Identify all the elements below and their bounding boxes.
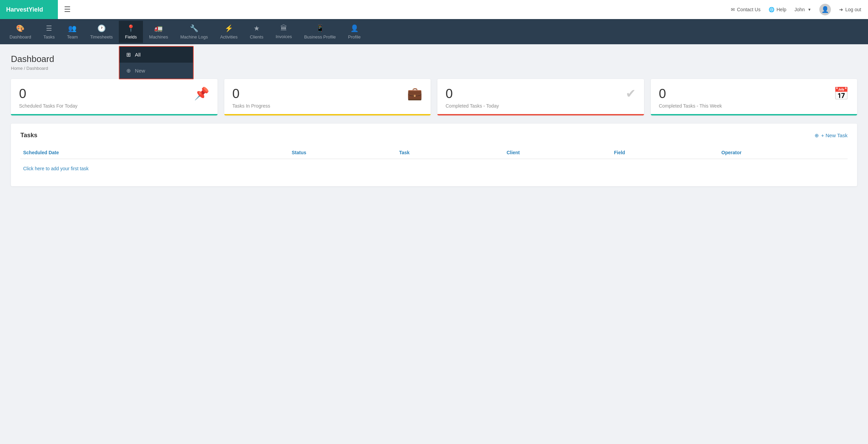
stat-number-completed-week: 0 xyxy=(659,86,666,101)
stat-card-inprogress: 0 💼 Tasks In Progress xyxy=(224,79,431,115)
stat-bar-inprogress xyxy=(224,114,431,115)
clients-icon: ★ xyxy=(254,24,260,32)
nav-label-invoices: Invoices xyxy=(276,34,292,39)
top-bar-right: ✉ Contact Us 🌐 Help John ▼ 👤 ➜ Log out xyxy=(731,4,861,15)
nav-item-profile[interactable]: 👤 Profile xyxy=(342,21,367,43)
nav-item-activities[interactable]: ⚡ Activities xyxy=(214,21,244,43)
nav-label-fields: Fields xyxy=(125,34,137,39)
nav-label-tasks: Tasks xyxy=(44,34,55,39)
user-name: John xyxy=(794,7,805,12)
calendar-icon: 📅 xyxy=(834,86,849,101)
nav-label-clients: Clients xyxy=(250,34,263,39)
nav-label-machinelogs: Machine Logs xyxy=(180,34,208,39)
dropdown-new-label: New xyxy=(135,68,145,74)
activities-icon: ⚡ xyxy=(225,24,233,32)
nav-label-team: Team xyxy=(67,34,78,39)
globe-icon: 🌐 xyxy=(769,7,774,12)
briefcase-icon: 💼 xyxy=(407,86,422,101)
stat-bar-scheduled xyxy=(11,114,218,115)
stat-top-inprogress: 0 💼 xyxy=(232,86,423,101)
fields-icon: 📍 xyxy=(127,24,135,32)
stat-card-scheduled: 0 📌 Scheduled Tasks For Today xyxy=(11,79,218,115)
dropdown-item-new[interactable]: ⊕ New xyxy=(119,63,193,79)
timesheets-icon: 🕐 xyxy=(97,24,106,32)
nav-label-dashboard: Dashboard xyxy=(10,34,31,39)
breadcrumb-current: Dashboard xyxy=(27,66,48,71)
nav-item-invoices[interactable]: 🏛 Invoices xyxy=(270,21,298,43)
stat-card-completed-week: 0 📅 Completed Tasks - This Week xyxy=(651,79,857,115)
col-operator[interactable]: Operator xyxy=(719,150,848,155)
avatar[interactable]: 👤 xyxy=(819,4,831,15)
new-task-label: + New Task xyxy=(821,132,848,138)
nav-label-timesheets: Timesheets xyxy=(90,34,113,39)
breadcrumb-home[interactable]: Home xyxy=(11,66,23,71)
stat-label-scheduled: Scheduled Tasks For Today xyxy=(19,103,209,109)
businessprofile-icon: 📱 xyxy=(316,24,324,32)
hamburger-button[interactable]: ☰ xyxy=(64,5,71,14)
machinelogs-icon: 🔧 xyxy=(190,24,198,32)
stat-bar-completed-today xyxy=(437,114,644,115)
table-header: Scheduled Date Status Task Client Field … xyxy=(20,146,848,159)
nav-item-businessprofile[interactable]: 📱 Business Profile xyxy=(298,21,342,43)
nav-item-machinelogs[interactable]: 🔧 Machine Logs xyxy=(174,21,214,43)
col-field[interactable]: Field xyxy=(611,150,719,155)
stat-label-inprogress: Tasks In Progress xyxy=(232,103,423,109)
dashboard-icon: 🎨 xyxy=(16,24,25,32)
nav-item-fields[interactable]: 📍 Fields xyxy=(119,21,143,43)
team-icon: 👥 xyxy=(68,24,77,32)
fields-dropdown: ⊞ All ⊕ New xyxy=(119,46,194,79)
col-task[interactable]: Task xyxy=(397,150,504,155)
logout-link[interactable]: ➜ Log out xyxy=(839,7,861,12)
help-label: Help xyxy=(776,7,786,12)
nav-item-dashboard[interactable]: 🎨 Dashboard xyxy=(3,21,37,43)
stat-top-scheduled: 0 📌 xyxy=(19,86,209,101)
contact-label: Contact Us xyxy=(737,7,760,12)
empty-task-link[interactable]: Click here to add your first task xyxy=(20,159,848,178)
nav-item-clients[interactable]: ★ Clients xyxy=(244,21,270,43)
chevron-down-icon: ▼ xyxy=(807,7,811,12)
stat-top-completed-week: 0 📅 xyxy=(659,86,849,101)
nav-item-wrapper-fields: 📍 Fields ⊞ All ⊕ New xyxy=(119,21,143,43)
invoices-icon: 🏛 xyxy=(280,24,287,32)
col-status[interactable]: Status xyxy=(289,150,397,155)
col-client[interactable]: Client xyxy=(504,150,611,155)
tasks-header: Tasks ⊕ + New Task xyxy=(20,132,848,139)
machines-icon: 🚛 xyxy=(154,24,163,32)
stat-label-completed-week: Completed Tasks - This Week xyxy=(659,103,849,109)
logout-icon: ➜ xyxy=(839,7,843,12)
nav-item-machines[interactable]: 🚛 Machines xyxy=(143,21,174,43)
mail-icon: ✉ xyxy=(731,7,735,12)
nav-bar: 🎨 Dashboard ☰ Tasks 👥 Team 🕐 Timesheets … xyxy=(0,19,868,44)
col-scheduled-date[interactable]: Scheduled Date xyxy=(20,150,289,155)
top-bar: HarvestYield ☰ ✉ Contact Us 🌐 Help John … xyxy=(0,0,868,19)
nav-label-businessprofile: Business Profile xyxy=(304,34,336,39)
tasks-section: Tasks ⊕ + New Task Scheduled Date Status… xyxy=(11,124,857,186)
nav-item-team[interactable]: 👥 Team xyxy=(61,21,84,43)
nav-label-machines: Machines xyxy=(149,34,168,39)
stat-label-completed-today: Completed Tasks - Today xyxy=(446,103,636,109)
plus-circle-icon: ⊕ xyxy=(126,67,131,74)
new-task-button[interactable]: ⊕ + New Task xyxy=(815,132,848,139)
logo[interactable]: HarvestYield xyxy=(0,0,58,19)
stats-row: 0 📌 Scheduled Tasks For Today 0 💼 Tasks … xyxy=(11,79,857,115)
nav-label-activities: Activities xyxy=(220,34,238,39)
grid-icon: ⊞ xyxy=(126,51,131,58)
nav-label-profile: Profile xyxy=(348,34,361,39)
stat-card-completed-today: 0 ✔ Completed Tasks - Today xyxy=(437,79,644,115)
contact-us-link[interactable]: ✉ Contact Us xyxy=(731,7,760,12)
dropdown-item-all[interactable]: ⊞ All xyxy=(119,47,193,63)
tasks-icon: ☰ xyxy=(46,24,52,32)
stat-number-completed-today: 0 xyxy=(446,86,453,101)
tasks-section-title: Tasks xyxy=(20,132,37,139)
plus-icon: ⊕ xyxy=(815,132,819,139)
pin-icon: 📌 xyxy=(194,86,209,101)
checkmark-icon: ✔ xyxy=(626,86,636,101)
nav-item-timesheets[interactable]: 🕐 Timesheets xyxy=(84,21,119,43)
help-link[interactable]: 🌐 Help xyxy=(769,7,786,12)
user-menu[interactable]: John ▼ xyxy=(794,7,811,12)
breadcrumb-separator: / xyxy=(24,66,26,71)
dropdown-all-label: All xyxy=(135,52,141,58)
nav-item-tasks[interactable]: ☰ Tasks xyxy=(37,21,61,43)
stat-top-completed-today: 0 ✔ xyxy=(446,86,636,101)
logout-label: Log out xyxy=(845,7,861,12)
